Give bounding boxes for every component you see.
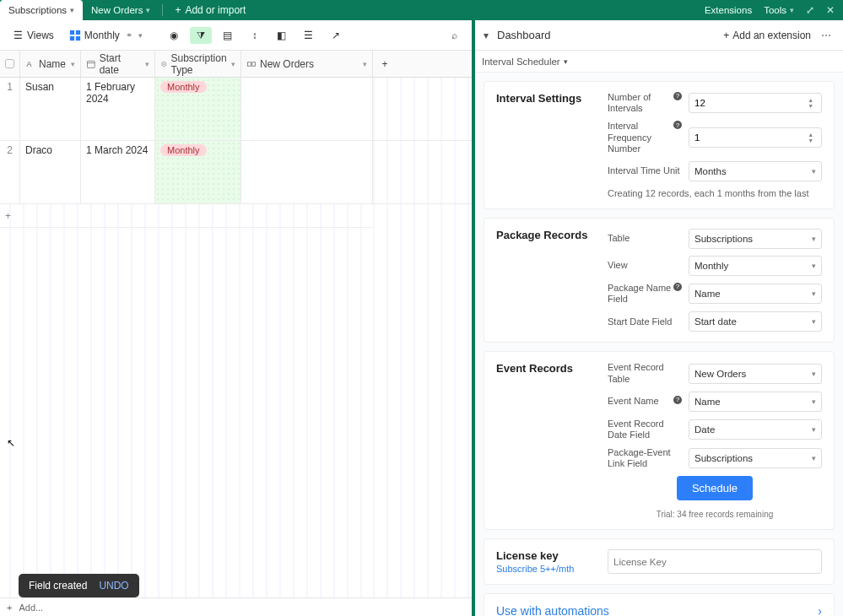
event-table-select[interactable]: New Orders▾ xyxy=(689,364,822,384)
svg-rect-3 xyxy=(76,35,80,40)
interval-time-unit-select[interactable]: Months ▾ xyxy=(689,161,822,181)
tab-subscriptions[interactable]: Subscriptions ▾ xyxy=(0,0,83,20)
field-label: Event Record Table xyxy=(608,362,682,384)
column-subscription-type[interactable]: Subscription Type ▾ xyxy=(155,51,241,77)
package-view-select[interactable]: Monthly▾ xyxy=(689,256,822,276)
event-name-select[interactable]: Name▾ xyxy=(689,392,822,412)
license-key-input[interactable] xyxy=(608,549,822,574)
group-button[interactable]: ▤ xyxy=(217,27,239,44)
cell-subscription-type[interactable]: Monthly xyxy=(155,78,241,140)
share-button[interactable]: ↗ xyxy=(325,27,347,44)
pill-monthly: Monthly xyxy=(160,144,207,156)
svg-rect-2 xyxy=(70,35,74,40)
views-button[interactable]: ☰ Views xyxy=(7,27,59,44)
footer-add-label[interactable]: Add... xyxy=(19,602,43,613)
sort-button[interactable]: ↕ xyxy=(244,27,266,44)
input[interactable] xyxy=(613,557,816,567)
link-field-select[interactable]: Subscriptions▾ xyxy=(689,448,822,468)
help-icon[interactable]: ? xyxy=(673,283,682,291)
package-name-field-select[interactable]: Name▾ xyxy=(689,284,822,304)
select-all-checkbox[interactable] xyxy=(0,51,20,77)
input[interactable] xyxy=(694,132,805,143)
start-date-field-select[interactable]: Start date▾ xyxy=(689,311,822,332)
cell-name[interactable]: Susan xyxy=(20,78,81,140)
expand-icon[interactable]: ⤢ xyxy=(806,4,814,16)
chevron-down-icon: ▾ xyxy=(146,6,150,14)
svg-rect-11 xyxy=(252,62,256,66)
schedule-button[interactable]: Schedule xyxy=(677,476,753,500)
hide-fields-button[interactable]: ◉ xyxy=(163,27,185,44)
tab-extensions[interactable]: Extensions xyxy=(705,0,752,20)
input[interactable] xyxy=(694,98,805,108)
scheduler-tab[interactable]: Interval Scheduler xyxy=(482,57,560,67)
tab-label: Extensions xyxy=(705,5,752,15)
stepper-icon[interactable]: ▲▼ xyxy=(805,97,816,109)
package-table-select[interactable]: Subscriptions▾ xyxy=(689,229,822,249)
label: Use with automations xyxy=(496,604,609,616)
column-start-date[interactable]: Start date ▾ xyxy=(81,51,155,77)
help-icon[interactable]: ? xyxy=(673,92,682,100)
svg-rect-1 xyxy=(76,30,80,34)
grid-footer: + Add... xyxy=(0,597,472,616)
field-label: Package Name Field? xyxy=(608,283,682,305)
cell-start-date[interactable]: 1 March 2024 xyxy=(81,141,155,203)
add-or-import-button[interactable]: + Add or import xyxy=(166,4,254,16)
chevron-down-icon: ▾ xyxy=(812,397,816,406)
filter-button[interactable]: ⧩ xyxy=(190,27,212,44)
table-row[interactable]: 2 Draco 1 March 2024 Monthly xyxy=(0,141,472,204)
chevron-down-icon: ▾ xyxy=(138,31,143,40)
chevron-down-icon[interactable]: ▾ xyxy=(564,57,568,66)
label: Subscription Type xyxy=(171,52,228,76)
card-title: License key xyxy=(496,549,597,562)
number-of-intervals-input[interactable]: ▲▼ xyxy=(689,93,822,113)
add-row-button[interactable]: + xyxy=(0,204,373,228)
search-button[interactable]: ⌕ xyxy=(443,27,465,44)
color-button[interactable]: ◧ xyxy=(271,27,293,44)
field-label: Number of Intervals? xyxy=(608,92,682,114)
field-label: Interval Time Unit xyxy=(608,165,682,176)
cell-new-orders[interactable] xyxy=(241,141,373,203)
help-icon[interactable]: ? xyxy=(673,121,682,129)
tab-new-orders[interactable]: New Orders ▾ xyxy=(83,0,159,20)
use-with-automations[interactable]: Use with automations › xyxy=(484,593,835,616)
chevron-down-icon[interactable]: ▾ xyxy=(484,30,489,41)
undo-button[interactable]: UNDO xyxy=(99,580,128,592)
sort-icon: ↕ xyxy=(249,30,261,41)
view-switcher[interactable]: Monthly ⚭ ▾ xyxy=(64,27,148,44)
column-new-orders[interactable]: New Orders ▾ xyxy=(241,51,373,77)
help-icon[interactable]: ? xyxy=(673,396,682,404)
event-date-field-select[interactable]: Date▾ xyxy=(689,419,822,440)
eye-off-icon: ◉ xyxy=(168,30,180,41)
add-extension-button[interactable]: + Add an extension xyxy=(723,30,811,41)
field-label: Table xyxy=(608,233,682,244)
chevron-right-icon: › xyxy=(818,604,822,616)
label: Views xyxy=(27,30,54,41)
card-title: Package Records xyxy=(496,229,597,332)
cell-start-date[interactable]: 1 February 2024 xyxy=(81,78,155,140)
share-icon: ↗ xyxy=(330,30,342,41)
chevron-down-icon: ▾ xyxy=(145,60,149,68)
cell-new-orders[interactable] xyxy=(241,78,373,140)
cell-subscription-type[interactable]: Monthly xyxy=(155,141,241,203)
extensions-header: ▾ Dashboard + Add an extension ⋯ xyxy=(475,20,843,51)
interval-frequency-input[interactable]: ▲▼ xyxy=(689,127,822,148)
chevron-down-icon: ▾ xyxy=(812,289,816,298)
dashboard-title: Dashboard xyxy=(497,29,551,41)
close-icon[interactable]: ✕ xyxy=(826,4,835,16)
extension-tab-bar: Interval Scheduler ▾ xyxy=(475,51,843,73)
column-name[interactable]: A Name ▾ xyxy=(20,51,81,77)
table-row[interactable]: 1 Susan 1 February 2024 Monthly xyxy=(0,78,472,141)
pill-monthly: Monthly xyxy=(160,81,207,93)
grid-header: A Name ▾ Start date ▾ Subscription Type … xyxy=(0,51,472,78)
subscribe-link[interactable]: Subscribe 5++/mth xyxy=(496,564,597,574)
cell-name[interactable]: Draco xyxy=(20,141,81,203)
more-icon[interactable]: ⋯ xyxy=(818,30,835,41)
tab-tools[interactable]: Tools ▾ xyxy=(764,0,794,20)
add-column-button[interactable]: + xyxy=(373,51,397,77)
add-record-button[interactable]: + xyxy=(7,602,12,613)
field-label: Package-Event Link Field xyxy=(608,447,682,469)
chevron-down-icon: ▾ xyxy=(812,425,816,434)
chevron-down-icon: ▾ xyxy=(70,6,74,14)
rowheight-button[interactable]: ☰ xyxy=(298,27,320,44)
stepper-icon[interactable]: ▲▼ xyxy=(805,132,816,143)
